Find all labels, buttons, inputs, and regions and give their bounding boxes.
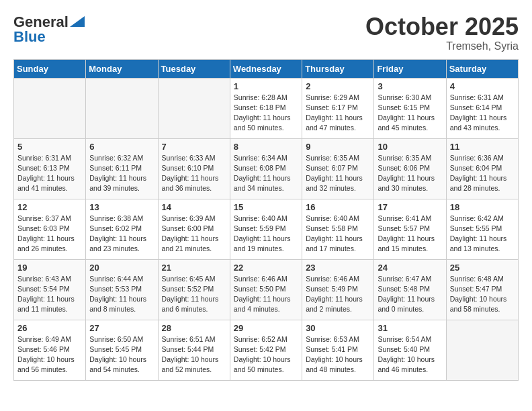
day-number: 6 bbox=[89, 142, 154, 152]
weekday-header-saturday: Saturday bbox=[446, 59, 518, 78]
title-section: October 2025 Tremseh, Syria bbox=[365, 13, 519, 52]
day-info: Sunrise: 6:40 AMSunset: 5:58 PMDaylight:… bbox=[306, 214, 370, 255]
calendar-table: SundayMondayTuesdayWednesdayThursdayFrid… bbox=[13, 59, 519, 381]
calendar-cell: 23Sunrise: 6:46 AMSunset: 5:49 PMDayligh… bbox=[302, 259, 374, 320]
day-number: 8 bbox=[234, 142, 298, 152]
day-info: Sunrise: 6:35 AMSunset: 6:06 PMDaylight:… bbox=[378, 153, 442, 194]
svg-marker-0 bbox=[70, 16, 85, 27]
calendar-cell: 30Sunrise: 6:53 AMSunset: 5:41 PMDayligh… bbox=[302, 320, 374, 380]
day-number: 16 bbox=[306, 202, 370, 212]
day-info: Sunrise: 6:37 AMSunset: 6:03 PMDaylight:… bbox=[17, 214, 82, 255]
day-info: Sunrise: 6:32 AMSunset: 6:11 PMDaylight:… bbox=[89, 153, 154, 194]
day-info: Sunrise: 6:36 AMSunset: 6:04 PMDaylight:… bbox=[450, 153, 515, 194]
calendar-cell: 1Sunrise: 6:28 AMSunset: 6:18 PMDaylight… bbox=[230, 78, 302, 138]
day-number: 12 bbox=[17, 202, 82, 212]
day-info: Sunrise: 6:31 AMSunset: 6:14 PMDaylight:… bbox=[450, 93, 515, 134]
day-info: Sunrise: 6:51 AMSunset: 5:44 PMDaylight:… bbox=[162, 334, 226, 375]
day-number: 27 bbox=[89, 323, 154, 333]
day-info: Sunrise: 6:29 AMSunset: 6:17 PMDaylight:… bbox=[306, 93, 370, 134]
calendar-cell bbox=[158, 78, 230, 138]
day-info: Sunrise: 6:43 AMSunset: 5:54 PMDaylight:… bbox=[17, 274, 82, 315]
calendar-cell: 14Sunrise: 6:39 AMSunset: 6:00 PMDayligh… bbox=[158, 199, 230, 259]
calendar-cell: 16Sunrise: 6:40 AMSunset: 5:58 PMDayligh… bbox=[302, 199, 374, 259]
calendar-cell: 24Sunrise: 6:47 AMSunset: 5:48 PMDayligh… bbox=[374, 259, 446, 320]
day-info: Sunrise: 6:44 AMSunset: 5:53 PMDaylight:… bbox=[89, 274, 154, 315]
calendar-cell: 28Sunrise: 6:51 AMSunset: 5:44 PMDayligh… bbox=[158, 320, 230, 380]
day-info: Sunrise: 6:49 AMSunset: 5:46 PMDaylight:… bbox=[17, 334, 82, 375]
day-number: 25 bbox=[450, 263, 515, 273]
weekday-header-thursday: Thursday bbox=[302, 59, 374, 78]
calendar-cell: 29Sunrise: 6:52 AMSunset: 5:42 PMDayligh… bbox=[230, 320, 302, 380]
weekday-header-row: SundayMondayTuesdayWednesdayThursdayFrid… bbox=[14, 59, 519, 78]
calendar-cell: 9Sunrise: 6:35 AMSunset: 6:07 PMDaylight… bbox=[302, 138, 374, 199]
day-number: 3 bbox=[378, 81, 442, 91]
calendar-cell bbox=[14, 78, 86, 138]
calendar-cell: 6Sunrise: 6:32 AMSunset: 6:11 PMDaylight… bbox=[86, 138, 158, 199]
day-number: 29 bbox=[234, 323, 298, 333]
calendar-cell: 11Sunrise: 6:36 AMSunset: 6:04 PMDayligh… bbox=[446, 138, 518, 199]
day-number: 28 bbox=[162, 323, 226, 333]
day-number: 21 bbox=[162, 263, 226, 273]
weekday-header-sunday: Sunday bbox=[14, 59, 86, 78]
day-number: 24 bbox=[378, 263, 442, 273]
logo-icon bbox=[70, 16, 85, 27]
calendar-cell: 5Sunrise: 6:31 AMSunset: 6:13 PMDaylight… bbox=[14, 138, 86, 199]
calendar-week-row: 5Sunrise: 6:31 AMSunset: 6:13 PMDaylight… bbox=[14, 138, 519, 199]
calendar-cell: 8Sunrise: 6:34 AMSunset: 6:08 PMDaylight… bbox=[230, 138, 302, 199]
day-info: Sunrise: 6:28 AMSunset: 6:18 PMDaylight:… bbox=[234, 93, 298, 134]
calendar-cell: 10Sunrise: 6:35 AMSunset: 6:06 PMDayligh… bbox=[374, 138, 446, 199]
day-number: 1 bbox=[234, 81, 298, 91]
day-info: Sunrise: 6:35 AMSunset: 6:07 PMDaylight:… bbox=[306, 153, 370, 194]
day-number: 22 bbox=[234, 263, 298, 273]
calendar-cell: 27Sunrise: 6:50 AMSunset: 5:45 PMDayligh… bbox=[86, 320, 158, 380]
calendar-cell bbox=[446, 320, 518, 380]
calendar-cell: 13Sunrise: 6:38 AMSunset: 6:02 PMDayligh… bbox=[86, 199, 158, 259]
calendar-cell: 19Sunrise: 6:43 AMSunset: 5:54 PMDayligh… bbox=[14, 259, 86, 320]
day-info: Sunrise: 6:46 AMSunset: 5:50 PMDaylight:… bbox=[234, 274, 298, 315]
calendar-cell: 12Sunrise: 6:37 AMSunset: 6:03 PMDayligh… bbox=[14, 199, 86, 259]
day-info: Sunrise: 6:48 AMSunset: 5:47 PMDaylight:… bbox=[450, 274, 515, 315]
day-info: Sunrise: 6:52 AMSunset: 5:42 PMDaylight:… bbox=[234, 334, 298, 375]
calendar-cell: 4Sunrise: 6:31 AMSunset: 6:14 PMDaylight… bbox=[446, 78, 518, 138]
day-info: Sunrise: 6:31 AMSunset: 6:13 PMDaylight:… bbox=[17, 153, 82, 194]
weekday-header-wednesday: Wednesday bbox=[230, 59, 302, 78]
day-number: 23 bbox=[306, 263, 370, 273]
calendar-cell: 7Sunrise: 6:33 AMSunset: 6:10 PMDaylight… bbox=[158, 138, 230, 199]
day-number: 11 bbox=[450, 142, 515, 152]
day-info: Sunrise: 6:33 AMSunset: 6:10 PMDaylight:… bbox=[162, 153, 226, 194]
calendar-cell: 25Sunrise: 6:48 AMSunset: 5:47 PMDayligh… bbox=[446, 259, 518, 320]
day-info: Sunrise: 6:41 AMSunset: 5:57 PMDaylight:… bbox=[378, 214, 442, 255]
weekday-header-friday: Friday bbox=[374, 59, 446, 78]
day-number: 26 bbox=[17, 323, 82, 333]
day-info: Sunrise: 6:40 AMSunset: 5:59 PMDaylight:… bbox=[234, 214, 298, 255]
day-number: 30 bbox=[306, 323, 370, 333]
calendar-cell: 26Sunrise: 6:49 AMSunset: 5:46 PMDayligh… bbox=[14, 320, 86, 380]
calendar-cell: 22Sunrise: 6:46 AMSunset: 5:50 PMDayligh… bbox=[230, 259, 302, 320]
calendar-week-row: 12Sunrise: 6:37 AMSunset: 6:03 PMDayligh… bbox=[14, 199, 519, 259]
day-info: Sunrise: 6:46 AMSunset: 5:49 PMDaylight:… bbox=[306, 274, 370, 315]
day-info: Sunrise: 6:38 AMSunset: 6:02 PMDaylight:… bbox=[89, 214, 154, 255]
day-number: 7 bbox=[162, 142, 226, 152]
calendar-cell: 15Sunrise: 6:40 AMSunset: 5:59 PMDayligh… bbox=[230, 199, 302, 259]
day-number: 5 bbox=[17, 142, 82, 152]
weekday-header-monday: Monday bbox=[86, 59, 158, 78]
day-info: Sunrise: 6:54 AMSunset: 5:40 PMDaylight:… bbox=[378, 334, 442, 375]
page-header: General Blue October 2025 Tremseh, Syria bbox=[13, 13, 519, 52]
month-title: October 2025 bbox=[365, 13, 519, 40]
location: Tremseh, Syria bbox=[365, 40, 519, 52]
day-number: 20 bbox=[89, 263, 154, 273]
calendar-cell: 2Sunrise: 6:29 AMSunset: 6:17 PMDaylight… bbox=[302, 78, 374, 138]
calendar-week-row: 26Sunrise: 6:49 AMSunset: 5:46 PMDayligh… bbox=[14, 320, 519, 380]
weekday-header-tuesday: Tuesday bbox=[158, 59, 230, 78]
calendar-cell: 17Sunrise: 6:41 AMSunset: 5:57 PMDayligh… bbox=[374, 199, 446, 259]
day-info: Sunrise: 6:45 AMSunset: 5:52 PMDaylight:… bbox=[162, 274, 226, 315]
day-number: 14 bbox=[162, 202, 226, 212]
day-number: 9 bbox=[306, 142, 370, 152]
calendar-cell: 20Sunrise: 6:44 AMSunset: 5:53 PMDayligh… bbox=[86, 259, 158, 320]
logo-blue-text: Blue bbox=[13, 28, 46, 46]
day-number: 15 bbox=[234, 202, 298, 212]
calendar-cell: 31Sunrise: 6:54 AMSunset: 5:40 PMDayligh… bbox=[374, 320, 446, 380]
day-number: 10 bbox=[378, 142, 442, 152]
day-info: Sunrise: 6:50 AMSunset: 5:45 PMDaylight:… bbox=[89, 334, 154, 375]
calendar-cell: 21Sunrise: 6:45 AMSunset: 5:52 PMDayligh… bbox=[158, 259, 230, 320]
